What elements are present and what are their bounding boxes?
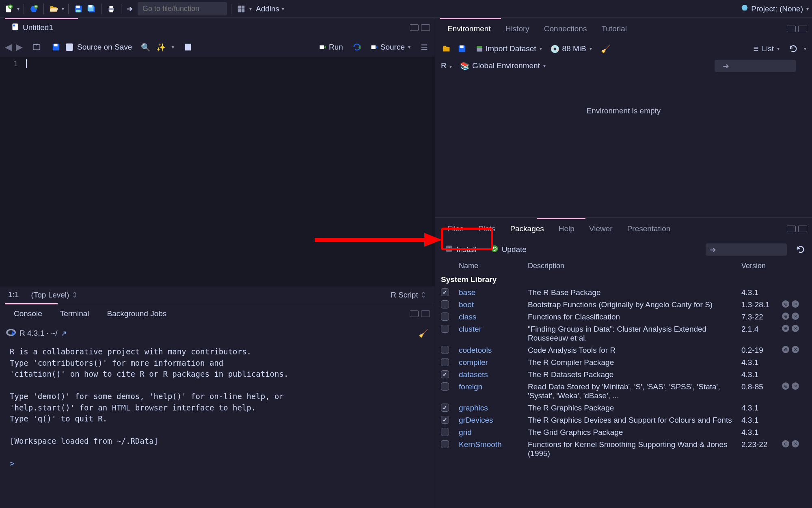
maximize-pane-icon[interactable] <box>421 24 430 31</box>
tab-tutorial[interactable]: Tutorial <box>594 18 634 40</box>
caret-icon[interactable]: ▾ <box>17 6 19 12</box>
rerun-icon[interactable] <box>351 41 363 53</box>
package-checkbox[interactable] <box>441 288 449 296</box>
source-button[interactable]: Source▾ <box>371 43 410 52</box>
remove-icon[interactable]: ✕ <box>792 300 799 308</box>
package-checkbox[interactable] <box>441 300 449 308</box>
save-workspace-icon[interactable] <box>456 43 468 54</box>
package-name-link[interactable]: graphics <box>459 404 488 412</box>
maximize-pane-icon[interactable] <box>798 226 807 232</box>
tab-background-jobs[interactable]: Background Jobs <box>98 309 176 318</box>
package-checkbox[interactable] <box>441 440 449 448</box>
wand-icon[interactable]: ✨ <box>155 41 167 53</box>
package-name-link[interactable]: foreign <box>459 382 482 391</box>
package-checkbox[interactable] <box>441 325 449 333</box>
web-icon[interactable]: ⊕ <box>782 313 789 320</box>
package-name-link[interactable]: class <box>459 313 476 321</box>
package-name-link[interactable]: grid <box>459 428 472 436</box>
package-name-link[interactable]: codetools <box>459 346 492 354</box>
package-checkbox[interactable] <box>441 313 449 321</box>
save-icon[interactable] <box>50 41 62 53</box>
tab-packages[interactable]: Packages <box>503 218 551 240</box>
filetype-selector[interactable]: R Script ⇕ <box>391 290 427 300</box>
popout-icon[interactable]: ↗ <box>60 329 67 338</box>
goto-input[interactable] <box>138 2 227 15</box>
grid-icon[interactable] <box>235 3 247 15</box>
tab-connections[interactable]: Connections <box>537 18 594 40</box>
remove-icon[interactable]: ✕ <box>792 382 799 390</box>
broom-icon[interactable]: 🧹 <box>600 43 611 54</box>
remove-icon[interactable]: ✕ <box>792 325 799 332</box>
open-file-icon[interactable] <box>48 3 59 15</box>
load-workspace-icon[interactable] <box>441 43 452 54</box>
source-file-tab[interactable]: Untitled1 <box>5 20 60 36</box>
package-name-link[interactable]: base <box>459 288 475 297</box>
tab-console[interactable]: Console <box>5 309 51 318</box>
refresh-icon[interactable] <box>795 244 806 255</box>
maximize-pane-icon[interactable] <box>421 310 430 317</box>
web-icon[interactable]: ⊕ <box>782 382 789 390</box>
package-checkbox[interactable] <box>441 370 449 378</box>
caret-icon[interactable]: ▾ <box>249 6 252 12</box>
memory-usage[interactable]: 💿88 MiB▾ <box>550 44 592 54</box>
tab-viewer[interactable]: Viewer <box>582 218 620 240</box>
outline-icon[interactable] <box>419 41 430 53</box>
minimize-pane-icon[interactable] <box>787 26 796 32</box>
list-view-button[interactable]: List▾ <box>753 44 780 53</box>
forward-icon[interactable]: ▶ <box>16 42 23 52</box>
package-checkbox[interactable] <box>441 358 449 366</box>
package-name-link[interactable]: grDevices <box>459 416 493 424</box>
maximize-pane-icon[interactable] <box>798 26 807 32</box>
run-button[interactable]: Run <box>319 43 343 52</box>
minimize-pane-icon[interactable] <box>410 310 419 317</box>
package-name-link[interactable]: boot <box>459 300 474 309</box>
scope-selector[interactable]: 📚Global Environment▾ <box>460 61 546 71</box>
find-icon[interactable]: 🔍 <box>140 41 151 53</box>
tab-files[interactable]: Files <box>440 218 471 240</box>
refresh-icon[interactable] <box>788 43 799 54</box>
minimize-pane-icon[interactable] <box>787 226 796 232</box>
show-in-window-icon[interactable] <box>31 41 42 53</box>
package-checkbox[interactable] <box>441 404 449 412</box>
minimize-pane-icon[interactable] <box>410 24 419 31</box>
back-icon[interactable]: ◀ <box>5 42 12 52</box>
console-output[interactable]: R is a collaborative project with many c… <box>0 342 435 508</box>
update-button[interactable]: Update <box>486 243 531 256</box>
tab-history[interactable]: History <box>498 18 537 40</box>
print-icon[interactable] <box>106 3 117 15</box>
pkg-search-input[interactable] <box>706 243 787 256</box>
tab-plots[interactable]: Plots <box>471 218 503 240</box>
compile-icon[interactable] <box>182 41 194 53</box>
web-icon[interactable]: ⊕ <box>782 325 789 332</box>
save-all-icon[interactable] <box>86 3 97 15</box>
package-name-link[interactable]: datasets <box>459 370 488 379</box>
save-icon[interactable] <box>73 3 84 15</box>
tab-environment[interactable]: Environment <box>440 18 498 40</box>
code-editor[interactable]: 1 <box>0 57 435 287</box>
tab-terminal[interactable]: Terminal <box>51 309 98 318</box>
new-project-icon[interactable] <box>28 3 39 15</box>
package-name-link[interactable]: cluster <box>459 325 482 333</box>
remove-icon[interactable]: ✕ <box>792 346 799 353</box>
remove-icon[interactable]: ✕ <box>792 313 799 320</box>
web-icon[interactable]: ⊕ <box>782 300 789 308</box>
package-name-link[interactable]: KernSmooth <box>459 440 502 449</box>
project-selector[interactable]: Project: (None)▾ <box>741 4 809 14</box>
package-checkbox[interactable] <box>441 428 449 436</box>
package-checkbox[interactable] <box>441 346 449 354</box>
package-checkbox[interactable] <box>441 416 449 424</box>
scope-selector[interactable]: (Top Level) ⇕ <box>31 290 78 300</box>
caret-icon[interactable]: ▾ <box>62 6 64 12</box>
import-dataset-button[interactable]: Import Dataset▾ <box>476 44 542 53</box>
web-icon[interactable]: ⊕ <box>782 440 789 447</box>
language-selector[interactable]: R ▾ <box>441 61 452 70</box>
source-on-save-checkbox[interactable] <box>66 43 73 51</box>
new-file-icon[interactable] <box>3 3 15 15</box>
addins-menu[interactable]: Addins▾ <box>256 4 284 13</box>
tab-presentation[interactable]: Presentation <box>620 218 678 240</box>
web-icon[interactable]: ⊕ <box>782 346 789 353</box>
broom-icon[interactable]: 🧹 <box>418 328 429 339</box>
tab-help[interactable]: Help <box>551 218 582 240</box>
remove-icon[interactable]: ✕ <box>792 440 799 447</box>
package-name-link[interactable]: compiler <box>459 358 488 367</box>
